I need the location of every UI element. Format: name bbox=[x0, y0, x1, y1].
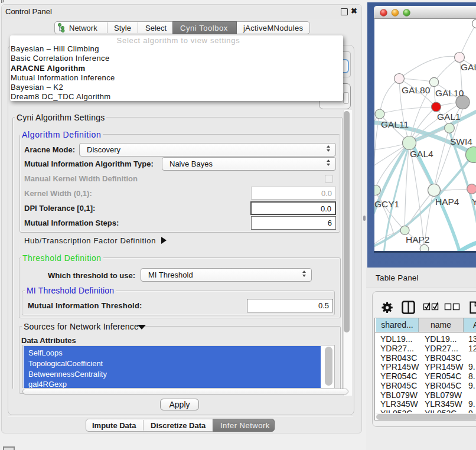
svg-text:GAL80: GAL80 bbox=[402, 85, 431, 95]
svg-text:GAL11: GAL11 bbox=[381, 119, 409, 129]
svg-text:GAL7: GAL7 bbox=[461, 62, 476, 72]
svg-text:GAL10: GAL10 bbox=[435, 88, 464, 98]
svg-text:HAP4: HAP4 bbox=[435, 197, 459, 207]
svg-text:SWI4: SWI4 bbox=[450, 136, 472, 146]
svg-text:YB: YB bbox=[472, 197, 476, 207]
svg-text:GAL4: GAL4 bbox=[410, 149, 433, 159]
svg-text:HAP2: HAP2 bbox=[406, 234, 430, 244]
svg-text:GCY1: GCY1 bbox=[374, 199, 399, 209]
svg-text:GAL1: GAL1 bbox=[437, 112, 461, 122]
